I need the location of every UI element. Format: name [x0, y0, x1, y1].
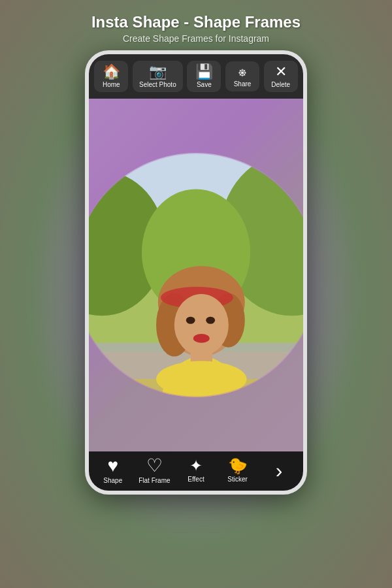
save-icon: 💾	[195, 65, 213, 79]
delete-icon: ✕	[275, 65, 287, 79]
select-photo-label: Select Photo	[139, 81, 176, 88]
more-arrow-icon: ›	[276, 459, 283, 483]
home-icon: 🏠	[103, 65, 120, 79]
app-title: Insta Shape - Shape Frames	[91, 13, 301, 31]
photo-area	[89, 99, 303, 451]
heart-shape-icon: ♥	[107, 457, 118, 475]
share-icon: ⎈	[238, 65, 246, 78]
heart-flat-icon: ♡	[146, 457, 163, 475]
svg-point-15	[174, 294, 229, 355]
delete-label: Delete	[271, 81, 290, 88]
header: Insta Shape - Shape Frames Create Shape …	[78, 0, 314, 50]
sticker-icon: 🐤	[228, 458, 248, 474]
toolbar: 🏠 Home 📷 Select Photo 💾 Save ⎈ Share ✕ D…	[89, 54, 303, 99]
toolbar-save[interactable]: 💾 Save	[187, 61, 221, 92]
effect-label: Effect	[188, 476, 204, 483]
camera-icon: 📷	[149, 65, 167, 79]
tab-effect[interactable]: ✦ Effect	[178, 458, 214, 483]
svg-point-18	[193, 334, 210, 343]
toolbar-select-photo[interactable]: 📷 Select Photo	[133, 61, 183, 92]
svg-point-17	[206, 317, 215, 324]
home-label: Home	[103, 81, 120, 88]
bottom-bar: ♥ Shape ♡ Flat Frame ✦ Effect 🐤 Sticker …	[89, 451, 303, 491]
app-subtitle: Create Shape Frames for Instagram	[91, 33, 301, 44]
toolbar-delete[interactable]: ✕ Delete	[264, 61, 298, 92]
save-label: Save	[197, 81, 212, 88]
sticker-label: Sticker	[227, 476, 248, 483]
share-label: Share	[234, 80, 252, 88]
toolbar-share[interactable]: ⎈ Share	[225, 61, 259, 91]
tab-sticker[interactable]: 🐤 Sticker	[220, 458, 255, 483]
effect-icon: ✦	[189, 458, 203, 474]
tab-flat-frame[interactable]: ♡ Flat Frame	[137, 457, 172, 484]
shape-label: Shape	[103, 477, 122, 484]
toolbar-home[interactable]: 🏠 Home	[94, 61, 128, 92]
tab-more[interactable]: ›	[261, 459, 297, 483]
svg-point-16	[186, 317, 195, 324]
phone-mockup: 🏠 Home 📷 Select Photo 💾 Save ⎈ Share ✕ D…	[85, 50, 307, 495]
tab-shape[interactable]: ♥ Shape	[95, 457, 131, 484]
flat-frame-label: Flat Frame	[139, 477, 170, 484]
photo-svg	[89, 99, 303, 451]
